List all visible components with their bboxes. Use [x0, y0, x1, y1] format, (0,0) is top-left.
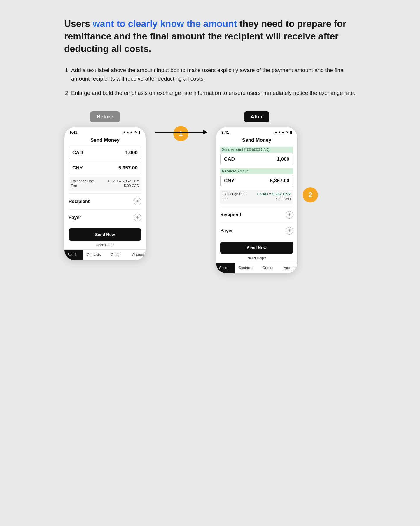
- page-wrapper: Users want to clearly know the amount th…: [64, 18, 356, 274]
- wifi-icon: ∿: [134, 130, 137, 134]
- before-send-currency: CAD: [72, 150, 83, 156]
- before-send-field[interactable]: CAD 1,000: [69, 147, 141, 159]
- before-status-icons: ▲▲▲ ∿ ▮: [123, 130, 140, 134]
- arrow-section: 1: [146, 132, 216, 133]
- before-payer-add[interactable]: +: [134, 214, 141, 221]
- before-exchange-value: 1 CAD = 5.362 CNY: [108, 179, 139, 183]
- instruction-1: Add a text label above the amount input …: [71, 66, 356, 83]
- after-rate-section: Exchange Rate 1 CAD = 5.362 CNY Fee 5.00…: [220, 190, 293, 204]
- after-status-bar: 9:41 ▲▲▲ ∿ ▮: [216, 127, 297, 136]
- before-nav-contacts[interactable]: Contacts: [83, 250, 105, 260]
- after-receive-currency: CNY: [224, 178, 235, 184]
- before-nav-account[interactable]: Account: [127, 250, 146, 260]
- before-payer-row[interactable]: Payer +: [69, 209, 141, 226]
- after-fee-label: Fee: [223, 197, 229, 201]
- after-exchange-value: 1 CAD = 5.362 CNY: [257, 192, 291, 196]
- after-send-field[interactable]: CAD 1,000: [220, 153, 293, 165]
- headline: Users want to clearly know the amount th…: [64, 18, 356, 55]
- after-nav-send[interactable]: Send: [216, 263, 235, 273]
- before-recipient-add[interactable]: +: [134, 198, 141, 205]
- after-nav-orders[interactable]: Orders: [257, 263, 279, 273]
- instruction-2: Enlarge and bold the emphasis on exchang…: [71, 89, 356, 97]
- after-signal-icon: ▲▲▲: [274, 130, 285, 134]
- before-receive-currency: CNY: [72, 165, 83, 171]
- after-bottom-nav: Send Contacts Orders Account: [216, 263, 298, 273]
- after-help-text: Need Help?: [220, 256, 293, 260]
- before-time: 9:41: [70, 130, 77, 134]
- after-nav-contacts[interactable]: Contacts: [235, 263, 257, 273]
- after-title: Send Money: [220, 136, 293, 147]
- after-content: Send Money Send Amount (100-5000 CAD) CA…: [216, 136, 297, 260]
- badge-2: 2: [303, 187, 318, 202]
- after-exchange-bold: 5.362 CNY: [272, 192, 291, 196]
- before-help-text: Need Help?: [69, 243, 141, 247]
- before-recipient-label: Recipient: [69, 199, 90, 204]
- before-send-amount: 1,000: [125, 150, 138, 156]
- before-payer-label: Payer: [69, 215, 81, 220]
- before-rate-section: Exchange Rate 1 CAD = 5.362 CNY Fee 5.00…: [69, 177, 141, 191]
- before-nav-orders[interactable]: Orders: [105, 250, 127, 260]
- after-wifi-icon: ∿: [286, 130, 289, 134]
- after-payer-row[interactable]: Payer +: [220, 223, 293, 239]
- before-nav-send[interactable]: Send: [64, 250, 83, 260]
- before-status-bar: 9:41 ▲▲▲ ∿ ▮: [64, 127, 146, 136]
- after-exchange-prefix: 1 CAD =: [257, 192, 272, 196]
- after-send-amount: 1,000: [277, 156, 289, 162]
- after-time: 9:41: [221, 130, 229, 134]
- after-recipient-label: Recipient: [220, 212, 241, 217]
- before-recipient-row[interactable]: Recipient +: [69, 193, 141, 209]
- before-content: Send Money CAD 1,000 CNY 5,357.00 Exchan…: [64, 136, 146, 247]
- before-fee-value: 5.00 CAD: [124, 184, 139, 188]
- after-exchange-label: Exchange Rate: [223, 192, 246, 196]
- after-payer-add[interactable]: +: [286, 227, 293, 235]
- after-receive-field-label: Received Amount: [220, 168, 293, 174]
- after-send-button[interactable]: Send Now: [220, 242, 293, 254]
- after-rate-row: Exchange Rate 1 CAD = 5.362 CNY: [223, 192, 291, 196]
- headline-highlight: want to clearly know the amount: [93, 18, 237, 29]
- after-recipient-add[interactable]: +: [286, 211, 293, 219]
- after-send-field-label: Send Amount (100-5000 CAD): [220, 147, 293, 153]
- arrow-container: 1: [155, 132, 207, 133]
- after-send-currency: CAD: [224, 156, 235, 162]
- after-receive-amount: 5,357.00: [270, 178, 289, 184]
- before-column: Before 9:41 ▲▲▲ ∿ ▮ Send Money CAD 1,000: [64, 111, 146, 261]
- battery-icon: ▮: [138, 130, 140, 134]
- before-fee-label: Fee: [71, 184, 77, 188]
- before-receive-amount: 5,357.00: [118, 165, 138, 171]
- headline-prefix: Users: [64, 18, 93, 29]
- before-exchange-label: Exchange Rate: [71, 179, 95, 183]
- instructions-section: Add a text label above the amount input …: [64, 66, 356, 97]
- after-nav-account[interactable]: Account: [279, 263, 298, 273]
- signal-icon: ▲▲▲: [123, 130, 133, 134]
- before-receive-field[interactable]: CNY 5,357.00: [69, 162, 141, 174]
- after-phone: 9:41 ▲▲▲ ∿ ▮ Send Money Send Amount (100…: [216, 127, 298, 274]
- comparison-section: Before 9:41 ▲▲▲ ∿ ▮ Send Money CAD 1,000: [64, 111, 356, 274]
- after-payer-label: Payer: [220, 228, 233, 233]
- after-status-icons: ▲▲▲ ∿ ▮: [274, 130, 292, 134]
- after-recipient-row[interactable]: Recipient +: [220, 207, 293, 223]
- after-fee-value: 5.00 CAD: [276, 197, 291, 201]
- before-phone: 9:41 ▲▲▲ ∿ ▮ Send Money CAD 1,000 CNY: [64, 127, 146, 261]
- after-badge: After: [244, 111, 269, 122]
- after-battery-icon: ▮: [290, 130, 292, 134]
- before-bottom-nav: Send Contacts Orders Account: [64, 249, 146, 260]
- after-fee-row: Fee 5.00 CAD: [223, 197, 291, 201]
- before-fee-row: Fee 5.00 CAD: [71, 184, 139, 188]
- after-receive-field[interactable]: CNY 5,357.00: [220, 175, 293, 187]
- badge-1: 1: [173, 126, 188, 141]
- before-badge: Before: [90, 111, 120, 122]
- before-title: Send Money: [69, 136, 141, 147]
- after-column: After 9:41 ▲▲▲ ∿ ▮ Send Money Send Amoun…: [216, 111, 298, 274]
- before-send-button[interactable]: Send Now: [69, 228, 141, 241]
- before-rate-row: Exchange Rate 1 CAD = 5.362 CNY: [71, 179, 139, 183]
- arrow-line: [155, 132, 207, 133]
